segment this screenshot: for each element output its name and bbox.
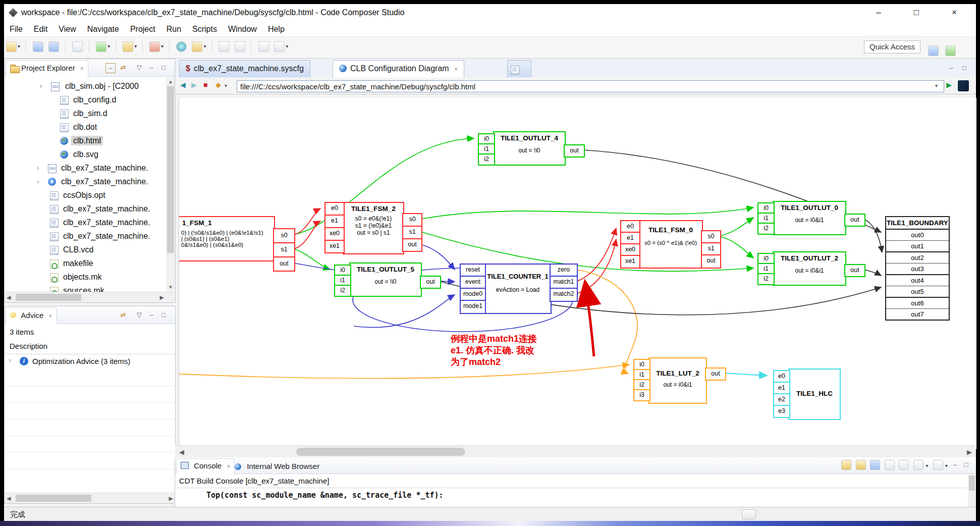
console-menu-icon[interactable] [933, 460, 943, 470]
maximize-view-icon[interactable]: □ [159, 310, 168, 320]
tab-minimized[interactable] [507, 60, 531, 77]
menu-help[interactable]: Help [268, 22, 285, 36]
scroll-thumb[interactable] [296, 448, 465, 456]
port-s0[interactable]: s0 [273, 228, 295, 243]
explorer-vscrollbar[interactable]: ▴ ▾ [166, 77, 175, 291]
port-s0[interactable]: s0 [402, 213, 422, 227]
minimize-button[interactable]: – [867, 5, 890, 20]
tree-item[interactable]: clb_sim.d [5, 107, 166, 120]
menu-window[interactable]: Window [228, 22, 257, 36]
port-s1[interactable]: s1 [402, 226, 422, 239]
block-tile1-outlut-0[interactable]: TILE1_OUTLUT_0 out = i0&i1 [773, 201, 846, 235]
port-xe1[interactable]: xe1 [620, 255, 640, 269]
menu-view[interactable]: View [59, 22, 76, 36]
project-explorer-tab[interactable]: Project Explorer × [6, 60, 88, 77]
minimize-view-icon[interactable]: – [147, 63, 156, 72]
advice-tab[interactable]: Advice × [6, 307, 57, 324]
debug-icon[interactable] [96, 41, 106, 52]
tab-syscfg[interactable]: $clb_ex7_state_machine.syscfg [179, 60, 310, 77]
block-tile1-outlut-2[interactable]: TILE1_OUTLUT_2 out = i0&i1 [773, 251, 846, 286]
close-view-icon[interactable]: × [80, 65, 84, 72]
link-editor-icon[interactable] [235, 41, 245, 52]
scroll-left-icon[interactable]: ◀ [7, 495, 11, 502]
block-tile1-fsm-2[interactable]: TILE1_FSM_2 s0 = e0&(!e1) s1 = (!e0)&e1 … [343, 202, 404, 254]
tree-item[interactable]: › 010 clb_sim.obj - [C2000 [5, 79, 166, 93]
port-i2[interactable]: i2 [757, 273, 775, 285]
port-out[interactable]: out [402, 238, 422, 252]
block-tile1-fsm-0[interactable]: TILE1_FSM_0 s0 = (s0 ^ e1)& (!e0) [638, 220, 703, 269]
open-perspective-icon[interactable] [928, 45, 939, 56]
refresh-icon[interactable]: ◆ [215, 81, 221, 89]
url-dropdown-icon[interactable]: ▾ [935, 83, 938, 88]
menu-edit[interactable]: Edit [34, 22, 48, 36]
port-e1[interactable]: e1 [324, 215, 345, 228]
explorer-hscrollbar[interactable]: ◀ ▶ [5, 292, 175, 302]
advice-row[interactable]: › i Optimization Advice (3 items) [5, 355, 175, 369]
quick-access-button[interactable]: Quick Access [864, 40, 920, 54]
pin-console-icon[interactable] [885, 460, 895, 470]
tree-item[interactable]: ccsObjs.opt [5, 188, 166, 202]
tree-item[interactable]: objects.mk [5, 270, 166, 284]
go-icon[interactable]: ▶ [946, 81, 952, 89]
tree-item[interactable]: clb_ex7_state_machine. [5, 229, 166, 243]
diagram-hscrollbar[interactable]: ◀ ▶ [175, 445, 976, 458]
port-mode1[interactable]: mode1 [460, 300, 486, 314]
save-all-icon[interactable] [48, 41, 59, 52]
tree-item[interactable]: › 010 clb_ex7_state_machine. [5, 161, 166, 175]
open-external-browser-icon[interactable] [958, 80, 969, 91]
word-wrap-icon[interactable] [856, 460, 866, 470]
tools-caret[interactable]: ▾ [161, 43, 164, 49]
close-tab-icon[interactable]: × [454, 66, 458, 73]
port-out[interactable]: out [273, 256, 295, 272]
collapse-all-icon[interactable]: – [105, 63, 116, 73]
scroll-thumb[interactable] [167, 86, 174, 253]
view-menu-icon[interactable]: ▽ [135, 63, 144, 72]
menu-scripts[interactable]: Scripts [192, 22, 217, 36]
save-icon[interactable] [33, 41, 43, 52]
port-i2[interactable]: i2 [757, 223, 775, 235]
forward-history-icon[interactable] [274, 41, 285, 52]
nav-caret-icon[interactable]: ▾ [225, 83, 227, 88]
port-i3[interactable]: i3 [633, 389, 650, 401]
mark-occurrences-icon[interactable] [219, 41, 229, 52]
scroll-thumb[interactable] [16, 294, 81, 301]
maximize-editor-icon[interactable]: □ [960, 64, 969, 73]
tree-item[interactable]: clb_config.d [5, 93, 166, 107]
clb-diagram-canvas[interactable]: 1_FSM_1 0) | (!s0&!s1&e0) | (e0&!e1&!s1)… [179, 98, 976, 449]
web-browser-tab[interactable]: Internal Web Browser [235, 460, 319, 473]
port-e3[interactable]: e3 [773, 405, 790, 418]
clear-console-icon[interactable] [870, 460, 880, 470]
search-icon[interactable] [176, 41, 187, 52]
port-out[interactable]: out [844, 264, 865, 277]
link-with-editor-icon[interactable]: ⇄ [119, 63, 128, 72]
tree-item[interactable]: makefile [5, 256, 166, 270]
expand-icon[interactable]: › [37, 161, 39, 175]
block-tile1-fsm-1[interactable]: 1_FSM_1 0) | (!s0&!s1&e0) | (e0&!e1&!s1)… [179, 216, 275, 261]
display-selected-icon[interactable] [899, 460, 909, 470]
menu-run[interactable]: Run [167, 22, 181, 36]
scroll-right-icon[interactable]: ▶ [967, 448, 972, 456]
port-out[interactable]: out [705, 367, 726, 381]
annotation-caret[interactable]: ▾ [203, 43, 206, 49]
close-button[interactable]: × [943, 5, 966, 20]
menu-navigate[interactable]: Navigate [87, 22, 119, 36]
view-menu-icon[interactable]: ▽ [135, 310, 144, 320]
open-console-icon[interactable] [913, 460, 923, 470]
stop-icon[interactable]: ■ [203, 81, 207, 89]
new-wizard-icon[interactable] [6, 41, 17, 52]
close-view-icon[interactable]: × [49, 312, 52, 320]
scroll-thumb[interactable] [969, 476, 975, 491]
block-tile1-hlc[interactable]: TILE1_HLC [788, 369, 841, 420]
tools-icon[interactable] [149, 41, 160, 52]
tree-item[interactable]: clb_ex7_state_machine. [5, 216, 166, 229]
menu-project[interactable]: Project [130, 22, 155, 36]
port-out[interactable]: out [844, 214, 865, 227]
block-tile1-outlut-4[interactable]: TILE1_OUTLUT_4 out = !i0 [493, 131, 566, 166]
tree-item-selected[interactable]: clb.html [5, 134, 166, 147]
scroll-right-icon[interactable]: ▶ [160, 294, 164, 301]
port-i2[interactable]: i2 [334, 285, 351, 297]
port-xe1[interactable]: xe1 [324, 240, 345, 253]
expand-icon[interactable]: › [9, 356, 11, 364]
back-icon[interactable]: ◀ [180, 81, 186, 89]
console-caret[interactable]: ▾ [925, 463, 928, 468]
